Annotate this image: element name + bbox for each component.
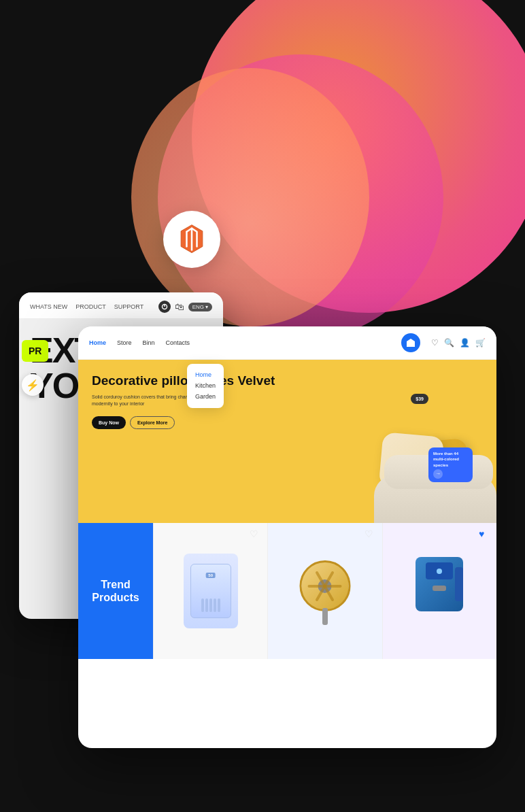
species-arrow-icon: → xyxy=(433,469,443,479)
product-card-3: ♥ xyxy=(382,523,496,659)
nav-product: PRODUCT xyxy=(75,303,106,310)
product-visual-fan xyxy=(294,557,356,625)
search-nav-icon: 🔍 xyxy=(444,338,454,348)
heart-nav-icon: ♡ xyxy=(431,338,439,348)
hero-section: Decorative pillowcases Velvet Solid cord… xyxy=(78,360,496,523)
nav-contacts[interactable]: Contacts xyxy=(166,339,190,346)
product-visual-machine xyxy=(412,557,467,625)
machine-handle xyxy=(455,567,463,601)
power-icon xyxy=(158,301,171,313)
fan-body xyxy=(299,560,350,611)
nav-binn[interactable]: Binn xyxy=(143,339,155,346)
machine-body xyxy=(416,557,463,611)
back-window-icons: 🛍 ENG▾ xyxy=(158,301,212,313)
ac-display: 50 xyxy=(205,573,216,578)
dropdown-garden[interactable]: Garden xyxy=(195,391,216,402)
lang-selector: ENG▾ xyxy=(188,303,212,311)
ac-vents xyxy=(201,598,220,612)
pr-badge: PR xyxy=(22,340,48,362)
cart-nav-icon: 🛒 xyxy=(475,338,486,348)
machine-display xyxy=(426,562,453,579)
machine-display-light xyxy=(437,569,442,574)
heart-icon-2[interactable]: ♡ xyxy=(365,528,377,541)
magento-logo xyxy=(163,211,220,268)
dropdown-home[interactable]: Home xyxy=(195,369,216,380)
front-nav-logo xyxy=(401,333,420,352)
ac-unit: 50 xyxy=(190,564,231,618)
price-badge: $39 xyxy=(411,394,428,404)
hero-subtitle: Solid corduroy cushion covers that bring… xyxy=(92,394,201,408)
buy-now-button[interactable]: Buy Now xyxy=(92,416,126,429)
front-nav: Home Store Binn Contacts ♡ 🔍 👤 🛒 xyxy=(78,326,496,360)
front-nav-icons-right: ♡ 🔍 👤 🛒 xyxy=(431,338,486,348)
back-window-nav: WHATS NEW PRODUCT SUPPORT xyxy=(30,303,143,310)
species-badge: More than 44 multi-colored species → xyxy=(428,447,473,482)
blob-peach xyxy=(131,68,369,326)
dropdown-menu: Home Kitchen Garden xyxy=(187,364,224,408)
bag-icon: 🛍 xyxy=(175,301,184,312)
lightning-badge: ⚡ xyxy=(22,374,44,396)
machine-nozzle xyxy=(433,586,446,591)
nav-store[interactable]: Store xyxy=(117,339,132,346)
front-browser-window: Home Store Binn Contacts ♡ 🔍 👤 🛒 Home Ki… xyxy=(78,326,496,748)
magento-svg-icon xyxy=(176,224,207,255)
nav-home[interactable]: Home xyxy=(89,339,106,346)
back-window-topbar: WHATS NEW PRODUCT SUPPORT 🛍 ENG▾ xyxy=(19,292,223,319)
heart-icon-1[interactable]: ♡ xyxy=(250,528,262,541)
product-card-1: ♡ 50 xyxy=(153,523,267,659)
product-visual-ac: 50 xyxy=(184,554,238,628)
explore-more-button[interactable]: Explore More xyxy=(130,416,175,429)
trend-label: Trend Products xyxy=(78,523,153,659)
product-card-2: ♡ xyxy=(267,523,382,659)
nav-whats-new: WHATS NEW xyxy=(30,303,67,310)
trend-label-text: Trend Products xyxy=(85,578,146,604)
dropdown-kitchen[interactable]: Kitchen xyxy=(195,380,216,391)
nav-support: SUPPORT xyxy=(114,303,143,310)
fan-stand xyxy=(322,608,328,625)
species-text: More than 44 multi-colored species xyxy=(433,452,459,467)
hero-right: $39 More than 44 multi-colored species → xyxy=(347,373,483,523)
heart-icon-3[interactable]: ♥ xyxy=(479,528,491,541)
hero-buttons: Buy Now Explore More xyxy=(92,416,340,429)
front-nav-items: Home Store Binn Contacts xyxy=(89,339,190,346)
products-section: Trend Products ♡ 50 ♡ xyxy=(78,523,496,659)
user-nav-icon: 👤 xyxy=(460,338,470,348)
